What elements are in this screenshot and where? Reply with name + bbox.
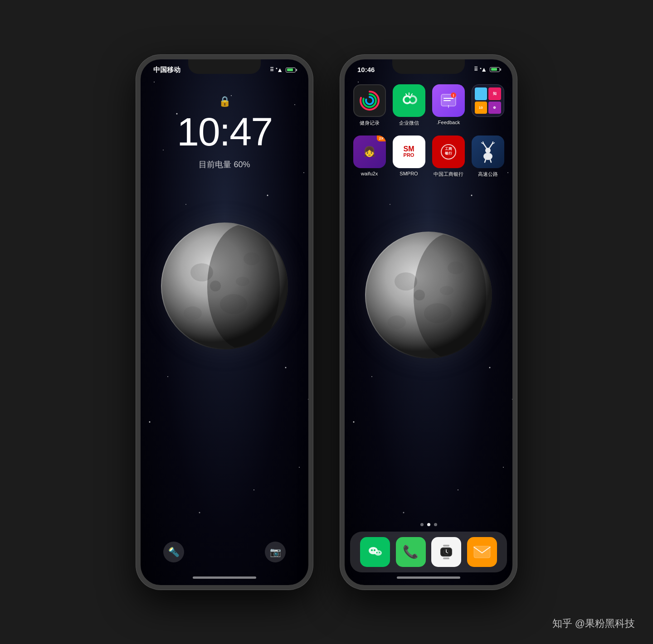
phone-icon: 📞 xyxy=(403,544,419,559)
page-dot-2 xyxy=(434,523,437,526)
svg-point-88 xyxy=(371,549,373,551)
lock-icon: 🔒 xyxy=(219,96,231,107)
camera-button[interactable]: 📷 xyxy=(265,542,286,562)
svg-line-64 xyxy=(406,94,407,95)
lock-time: 10:47 xyxy=(177,112,272,152)
app-icon-feedback: ! ! xyxy=(432,84,465,117)
svg-point-87 xyxy=(375,550,382,556)
svg-line-78 xyxy=(484,144,487,148)
svg-text:!: ! xyxy=(448,104,449,109)
app-label-waifu: waifu2x xyxy=(361,171,378,176)
home-screen-home-bar xyxy=(397,576,460,579)
lock-battery-text: 目前电量 60% xyxy=(199,159,250,170)
lock-home-bar xyxy=(193,576,256,579)
home-status-bar: 10:46 ⠿ ▲ xyxy=(345,66,512,73)
flashlight-icon: 🔦 xyxy=(168,547,180,557)
svg-line-81 xyxy=(489,144,492,148)
battery-fill xyxy=(287,68,293,71)
feedback-logo: ! ! xyxy=(439,91,458,111)
lock-status-bar: 中国移动 ⠿ ▲ xyxy=(141,66,308,74)
svg-point-77 xyxy=(485,148,491,153)
svg-point-76 xyxy=(483,153,492,160)
app-label-smpro: SMPRO xyxy=(400,171,418,176)
svg-point-42 xyxy=(503,467,504,468)
svg-line-84 xyxy=(485,160,486,162)
app-item-fitness[interactable]: 健身记录 xyxy=(352,84,387,126)
wechat-logo xyxy=(366,543,384,561)
app-grid: 健身记录 xyxy=(345,84,512,178)
camera-icon: 📷 xyxy=(270,547,281,557)
home-battery-body xyxy=(490,67,500,72)
svg-point-44 xyxy=(403,512,404,513)
svg-point-39 xyxy=(371,376,372,377)
svg-point-91 xyxy=(379,552,380,553)
svg-point-50 xyxy=(388,315,406,329)
svg-text:工商: 工商 xyxy=(445,146,452,151)
lock-screen-phone: 中国移动 ⠿ ▲ 🔒 10:47 目前电量 60% xyxy=(136,55,313,590)
dock-mail[interactable] xyxy=(467,537,497,567)
svg-point-90 xyxy=(376,552,378,553)
moon-right xyxy=(365,232,492,358)
watch-logo xyxy=(438,544,454,560)
app-item-icbc[interactable]: 工商 银行 中国工商银行 xyxy=(431,136,466,178)
svg-point-40 xyxy=(512,399,512,400)
home-screen: 10:46 ⠿ ▲ xyxy=(345,59,512,585)
app-icon-fitness xyxy=(353,84,386,117)
app-icon-wework xyxy=(393,84,425,117)
svg-point-58 xyxy=(366,97,373,104)
lock-bottom-controls: 🔦 📷 xyxy=(141,542,308,562)
home-status-icons: ⠿ ▲ xyxy=(474,66,500,73)
svg-point-38 xyxy=(489,367,491,368)
app-icon-icbc: 工商 银行 xyxy=(432,136,465,168)
app-item-waifu[interactable]: 2X 👧 waifu2x xyxy=(352,136,387,178)
app-item-smpro[interactable]: SM PRO SMPRO xyxy=(391,136,426,178)
app-item-multi[interactable]: 知 10 ⊕ xyxy=(470,84,505,126)
mail-logo xyxy=(473,545,491,559)
lock-status-icons: ⠿ ▲ xyxy=(270,66,296,73)
highway-logo xyxy=(477,140,499,163)
home-time: 10:46 xyxy=(357,66,375,73)
svg-point-35 xyxy=(471,194,473,196)
signal-icon: ⠿ xyxy=(270,67,274,73)
svg-point-47 xyxy=(395,272,417,291)
home-screen-phone: 10:46 ⠿ ▲ xyxy=(340,55,517,590)
battery-icon xyxy=(286,68,296,73)
svg-point-43 xyxy=(458,489,458,490)
svg-point-62 xyxy=(410,97,415,102)
svg-line-65 xyxy=(411,94,412,95)
page-dots xyxy=(345,523,512,526)
lock-carrier: 中国移动 xyxy=(153,66,180,74)
dock-wechat[interactable] xyxy=(360,537,390,567)
dock-phone[interactable]: 📞 xyxy=(396,537,426,567)
page-dot-1 xyxy=(427,523,430,526)
svg-rect-93 xyxy=(443,557,449,559)
lock-content: 🔒 10:47 目前电量 60% xyxy=(141,59,308,585)
app-item-feedback[interactable]: ! ! .Feedback xyxy=(431,84,466,126)
app-icon-multi: 知 10 ⊕ xyxy=(472,84,504,117)
moon-texture-right xyxy=(365,232,492,358)
fitness-rings xyxy=(358,89,381,112)
app-label-fitness: 健身记录 xyxy=(360,120,380,126)
home-battery-fill xyxy=(491,68,497,71)
app-item-wework[interactable]: 企业微信 xyxy=(391,84,426,126)
home-battery-icon xyxy=(490,67,500,72)
icbc-logo: 工商 银行 xyxy=(438,141,459,163)
lock-screen: 中国移动 ⠿ ▲ 🔒 10:47 目前电量 60% xyxy=(141,59,308,585)
page-dot-0 xyxy=(420,523,424,526)
svg-point-41 xyxy=(353,421,355,422)
dock-watch[interactable] xyxy=(431,537,461,567)
page-container: 中国移动 ⠿ ▲ 🔒 10:47 目前电量 60% xyxy=(0,0,653,644)
app-item-highway[interactable]: 高速公路 xyxy=(470,136,505,178)
battery-body xyxy=(286,68,296,73)
app-label-wework: 企业微信 xyxy=(399,120,419,126)
svg-text:银行: 银行 xyxy=(444,151,453,155)
app-icon-waifu: 2X 👧 xyxy=(353,136,386,168)
home-wifi-icon: ▲ xyxy=(481,66,487,73)
app-label-icbc: 中国工商银行 xyxy=(434,171,463,178)
svg-point-28 xyxy=(358,82,359,82)
svg-point-61 xyxy=(404,97,410,102)
home-signal-icon: ⠿ xyxy=(474,66,478,73)
flashlight-button[interactable]: 🔦 xyxy=(163,542,184,562)
svg-point-37 xyxy=(390,204,390,205)
svg-line-85 xyxy=(490,160,491,162)
